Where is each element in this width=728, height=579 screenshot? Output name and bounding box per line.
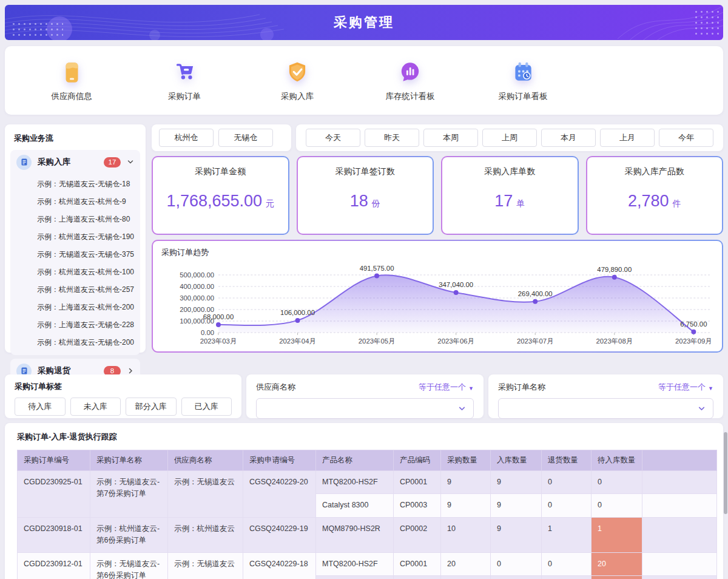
supplier-select[interactable] — [256, 398, 474, 419]
cell-product-name: MTQ8200-HS2F — [316, 471, 394, 494]
sidebar-group-header-purchase-inbound[interactable]: 采购入库 17 — [10, 150, 140, 174]
time-filter-button[interactable]: 上月 — [600, 129, 655, 147]
nav-item-purchase-inbound[interactable]: 采购入库 — [269, 59, 325, 102]
cell-return-qty: 1 — [542, 517, 592, 552]
sidebar-item[interactable]: 示例：无锡道友云-无锡仓-18 — [10, 175, 140, 193]
cell-product-name: Catalyst 8300 — [316, 494, 394, 517]
stat-unit: 份 — [372, 198, 380, 209]
svg-text:2023年03月: 2023年03月 — [200, 337, 237, 345]
column-header — [642, 450, 717, 471]
column-header: 采购数量 — [441, 450, 491, 471]
order-tags-panel: 采购订单标签 待入库未入库部分入库已入库 — [5, 374, 241, 418]
page-banner: 采购管理 — [5, 5, 723, 40]
time-filter-button[interactable]: 昨天 — [365, 129, 419, 147]
svg-text:2023年04月: 2023年04月 — [279, 337, 316, 345]
sidebar-item[interactable]: 示例：上海道友云-杭州仓-80 — [10, 211, 140, 228]
sidebar-item[interactable]: 示例：杭州道友云-无锡仓-190 — [10, 228, 140, 246]
cart-icon — [172, 59, 197, 85]
cell-product-code: CP0001 — [394, 552, 441, 575]
tracking-table-title: 采购订单-入库-退货执行跟踪 — [12, 429, 716, 450]
svg-text:6,750.00: 6,750.00 — [680, 320, 707, 328]
tracking-table: 采购订单编号采购订单名称供应商名称采购申请编号产品名称产品编码采购数量入库数量退… — [17, 450, 717, 579]
cell-product-code: CP0001 — [394, 471, 441, 494]
sidebar-title: 采购业务流 — [10, 132, 140, 150]
document-icon — [16, 155, 32, 170]
operator-text: 等于任意一个 — [658, 382, 706, 393]
order-tag-button[interactable]: 部分入库 — [126, 398, 177, 416]
time-filter-button[interactable]: 本月 — [541, 129, 596, 147]
warehouse-filter-button[interactable]: 杭州仓 — [159, 129, 214, 147]
chevron-down-icon — [458, 405, 466, 413]
stat-card-inbound-products: 采购入库产品数 2,780件 — [586, 156, 724, 235]
sidebar-item[interactable]: 示例：上海道友云-杭州仓-200 — [10, 299, 140, 316]
order-tag-button[interactable]: 待入库 — [15, 398, 66, 416]
nav-item-order-dashboard[interactable]: 采购订单看板 — [495, 59, 551, 102]
time-filter-button[interactable]: 今年 — [659, 129, 713, 147]
sidebar-item[interactable]: 示例：上海道友云-无锡仓-228 — [10, 316, 140, 334]
supplier-folder-icon — [59, 59, 84, 85]
nav-item-label: 库存统计看板 — [386, 91, 435, 102]
chevron-right-icon[interactable] — [127, 367, 134, 374]
table-row: CGDD230918-01示例：杭州道友云-第6份采购订单示例：杭州道友云CGS… — [18, 517, 717, 552]
nav-item-supplier-info[interactable]: 供应商信息 — [44, 59, 99, 102]
cell-inbound-qty: 9 — [491, 471, 542, 494]
time-filter-button[interactable]: 本周 — [423, 129, 478, 147]
cell-pending-qty: 1 — [592, 517, 642, 552]
svg-text:400,000.00: 400,000.00 — [180, 283, 214, 290]
shield-check-icon — [285, 59, 310, 85]
sidebar-group-label: 采购入库 — [38, 157, 70, 168]
supplier-operator-selector[interactable]: 等于任意一个 — [419, 382, 474, 393]
cell-inbound-qty: 0 — [491, 552, 542, 575]
order-tag-button[interactable]: 已入库 — [181, 398, 232, 416]
operator-text: 等于任意一个 — [419, 382, 466, 393]
cell-empty — [642, 494, 717, 517]
sidebar-item[interactable]: 示例：杭州道友云-杭州仓-9 — [10, 193, 140, 211]
stat-cards-row: 采购订单金额 1,768,655.00元 采购订单签订数 18份 采购入库单数 … — [152, 156, 723, 235]
sidebar-item[interactable]: 示例：无锡道友云-无锡仓-375 — [10, 246, 140, 263]
cell-supplier: 示例：无锡道友云 — [168, 552, 243, 579]
warehouse-filter-bar: 杭州仓无锡仓 — [152, 124, 291, 151]
order-name-operator-selector[interactable]: 等于任意一个 — [658, 382, 713, 393]
order-tag-button[interactable]: 未入库 — [70, 398, 121, 416]
table-row: CGDD230925-01示例：无锡道友云-第7份采购订单示例：无锡道友云CGS… — [18, 471, 717, 494]
svg-text:2023年07月: 2023年07月 — [517, 337, 554, 345]
dashboard-column: 杭州仓无锡仓 今天昨天本周上周本月上月今年 采购订单金额 1,768,655.0… — [152, 124, 723, 353]
cell-pending-qty: 0 — [592, 471, 642, 494]
chart-bubble-icon — [397, 59, 423, 85]
cell-product-name: Catalyst 8300 — [316, 575, 394, 579]
trend-chart-panel: 采购订单趋势 0.00100,000.00200,000.00300,000.0… — [152, 240, 723, 353]
cell-product-name: MTQ8200-HS2F — [316, 552, 394, 575]
nav-item-label: 采购订单看板 — [499, 91, 548, 102]
time-filter-button[interactable]: 上周 — [482, 129, 537, 147]
order-name-select[interactable] — [498, 398, 713, 419]
table-row: CGDD230912-01示例：无锡道友云-第6份采购订单示例：无锡道友云CGS… — [18, 552, 717, 575]
nav-item-purchase-order[interactable]: 采购订单 — [157, 59, 212, 102]
cell-return-qty: 0 — [542, 575, 592, 579]
scrollbar-thumb[interactable] — [724, 432, 727, 514]
svg-text:2023年06月: 2023年06月 — [437, 337, 474, 345]
sidebar-item[interactable]: 示例：杭州道友云-杭州仓-257 — [10, 281, 140, 299]
cell-product-code: CP0003 — [394, 575, 441, 579]
cell-supplier: 示例：杭州道友云 — [168, 517, 243, 552]
svg-text:500,000.00: 500,000.00 — [180, 271, 214, 279]
svg-text:479,890.00: 479,890.00 — [597, 266, 632, 273]
stat-value: 2,780 — [628, 192, 669, 211]
nav-item-inventory-dashboard[interactable]: 库存统计看板 — [382, 59, 438, 102]
cell-return-qty: 0 — [542, 471, 592, 494]
stat-unit: 单 — [516, 198, 525, 209]
caret-down-icon — [468, 383, 474, 392]
time-filter-button[interactable]: 今天 — [306, 129, 360, 147]
column-header: 供应商名称 — [168, 450, 243, 471]
cell-purchase-qty: 10 — [441, 517, 491, 552]
chart-title: 采购订单趋势 — [161, 247, 713, 258]
sidebar-item[interactable]: 示例：杭州道友云-杭州仓-100 — [10, 263, 140, 281]
column-header: 产品编码 — [394, 450, 441, 471]
warehouse-filter-button[interactable]: 无锡仓 — [218, 129, 273, 147]
sidebar-item[interactable]: 示例：杭州道友云-无锡仓-200 — [10, 334, 140, 351]
cell-purchase-qty: 9 — [441, 471, 491, 494]
chevron-down-icon[interactable] — [127, 158, 134, 166]
cell-request-no: CGSQ240229-19 — [243, 517, 316, 552]
cell-product-code: CP0002 — [394, 517, 441, 552]
cell-order-name: 示例：无锡道友云-第7份采购订单 — [90, 471, 168, 518]
order-name-filter-panel: 采购订单名称 等于任意一个 — [488, 374, 723, 418]
